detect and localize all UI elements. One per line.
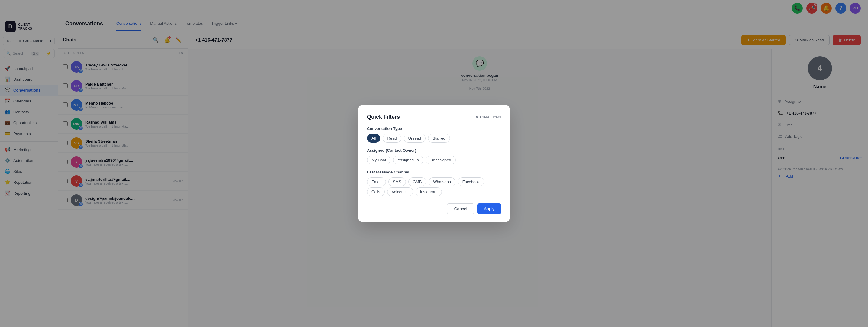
chip-my-chat[interactable]: My Chat	[367, 156, 391, 165]
channel-chips: Email SMS GMB Whatsapp Facebook	[367, 177, 501, 186]
chip-all[interactable]: All	[367, 134, 380, 143]
modal-overlay[interactable]: Quick Filters ✕ Clear Filters Conversati…	[0, 0, 868, 327]
chip-sms[interactable]: SMS	[389, 177, 406, 186]
conversation-type-chips: All Read Unread Starred	[367, 134, 501, 143]
modal-title: Quick Filters	[367, 114, 400, 120]
chip-instagram[interactable]: Instagram	[415, 187, 442, 196]
chip-starred[interactable]: Starred	[428, 134, 450, 143]
assigned-label: Assigned (Contact Owner)	[367, 148, 501, 153]
last-message-channel-label: Last Message Channel	[367, 170, 501, 174]
apply-button[interactable]: Apply	[477, 203, 501, 214]
conversation-type-label: Conversation Type	[367, 126, 501, 131]
chip-voicemail[interactable]: Voicemail	[387, 187, 413, 196]
assigned-chips: My Chat Assigned To Unassigned	[367, 156, 501, 165]
chip-unread[interactable]: Unread	[404, 134, 426, 143]
cancel-button[interactable]: Cancel	[447, 203, 474, 214]
modal-footer: Cancel Apply	[367, 203, 501, 214]
quick-filters-modal: Quick Filters ✕ Clear Filters Conversati…	[359, 106, 509, 221]
chip-gmb[interactable]: GMB	[408, 177, 427, 186]
chip-facebook[interactable]: Facebook	[458, 177, 484, 186]
channel-chips-row2: Calls Voicemail Instagram	[367, 187, 501, 196]
chip-unassigned[interactable]: Unassigned	[426, 156, 456, 165]
chip-email[interactable]: Email	[367, 177, 386, 186]
chip-whatsapp[interactable]: Whatsapp	[429, 177, 456, 186]
clear-filters-button[interactable]: ✕ Clear Filters	[475, 115, 501, 119]
chip-read[interactable]: Read	[383, 134, 401, 143]
chip-assigned-to[interactable]: Assigned To	[393, 156, 424, 165]
chip-calls[interactable]: Calls	[367, 187, 385, 196]
modal-header: Quick Filters ✕ Clear Filters	[367, 114, 501, 120]
